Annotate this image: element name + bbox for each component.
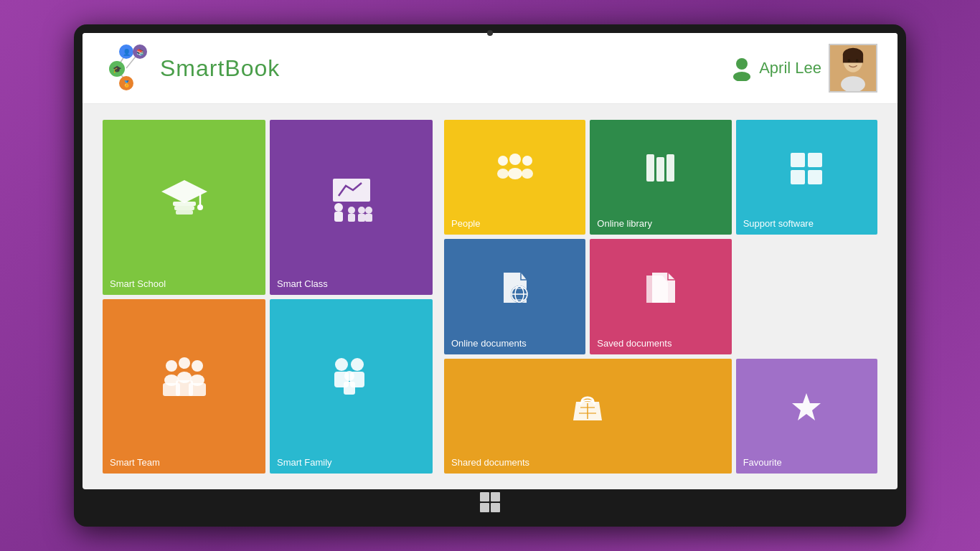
- team-icon: [159, 352, 210, 403]
- tile-support-software[interactable]: Support software: [736, 120, 877, 235]
- graduation-icon: [159, 173, 210, 225]
- svg-rect-59: [666, 154, 674, 182]
- svg-point-13: [733, 72, 750, 81]
- user-avatar: [829, 44, 877, 93]
- screen-body: Smart School: [83, 104, 897, 489]
- saved-doc-icon: [644, 270, 678, 306]
- tile-smart-family[interactable]: Smart Family: [270, 299, 433, 474]
- tile-online-library[interactable]: Online library: [590, 120, 731, 235]
- svg-point-19: [847, 59, 850, 62]
- svg-rect-50: [344, 382, 355, 395]
- svg-point-34: [365, 207, 372, 214]
- svg-text:🎓: 🎓: [113, 65, 122, 74]
- tile-smart-school-label: Smart School: [110, 278, 166, 289]
- app-title: SmartBook: [160, 55, 280, 82]
- svg-point-36: [166, 360, 177, 372]
- tile-people-label: People: [451, 218, 480, 229]
- tile-online-library-label: Online library: [597, 218, 652, 229]
- app-header: 👤 📚 🎓 🏅 SmartBook: [83, 33, 897, 104]
- tile-smart-school[interactable]: Smart School: [103, 120, 265, 295]
- win-btn-cell-2: [491, 492, 500, 501]
- library-icon: [643, 151, 679, 186]
- win-btn-cell-1: [480, 492, 489, 501]
- star-icon: [788, 389, 825, 426]
- svg-point-56: [522, 169, 533, 179]
- svg-rect-22: [173, 202, 196, 206]
- svg-point-18: [841, 76, 865, 93]
- svg-point-40: [192, 360, 203, 372]
- user-profile-icon: [729, 55, 755, 81]
- tile-shared-documents-label: Shared documents: [451, 457, 529, 468]
- svg-rect-24: [176, 210, 193, 215]
- tile-favourite[interactable]: Favourite: [736, 359, 877, 474]
- svg-point-47: [351, 358, 364, 371]
- svg-text:👤: 👤: [123, 48, 131, 57]
- svg-text:📚: 📚: [136, 48, 145, 57]
- tablet-camera: [487, 30, 493, 36]
- svg-point-51: [498, 156, 508, 166]
- tile-support-software-label: Support software: [743, 218, 814, 229]
- tile-shared-documents[interactable]: Shared documents: [444, 359, 732, 474]
- svg-rect-29: [334, 212, 343, 222]
- svg-rect-58: [656, 157, 664, 182]
- people-icon: [497, 154, 533, 184]
- tile-people[interactable]: People: [444, 120, 585, 235]
- avatar-image: [830, 44, 876, 93]
- svg-point-20: [856, 59, 859, 62]
- tile-smart-class-label: Smart Class: [277, 278, 328, 289]
- svg-point-38: [179, 357, 190, 369]
- shared-doc-icon: [569, 389, 606, 426]
- tile-smart-family-label: Smart Family: [277, 457, 332, 468]
- svg-rect-57: [646, 154, 654, 182]
- tile-smart-team-label: Smart Team: [110, 457, 160, 468]
- windows-icon: [789, 151, 824, 186]
- svg-text:🏅: 🏅: [123, 80, 131, 88]
- logo-area: 👤 📚 🎓 🏅 SmartBook: [103, 43, 280, 93]
- svg-point-55: [522, 156, 532, 166]
- svg-point-12: [736, 58, 748, 70]
- svg-rect-33: [358, 214, 365, 222]
- win-btn-cell-4: [491, 503, 500, 512]
- tile-smart-class[interactable]: Smart Class: [270, 120, 433, 295]
- tile-smart-team[interactable]: Smart Team: [103, 299, 265, 474]
- svg-point-52: [497, 169, 509, 179]
- svg-marker-73: [792, 393, 821, 420]
- tiles-right: People Online library: [444, 120, 877, 474]
- tile-favourite-label: Favourite: [743, 457, 782, 468]
- svg-rect-63: [808, 170, 822, 184]
- svg-rect-61: [808, 153, 822, 167]
- svg-rect-31: [348, 214, 355, 222]
- tile-online-documents-label: Online documents: [451, 338, 527, 349]
- svg-rect-35: [365, 214, 372, 222]
- tablet-device: 👤 📚 🎓 🏅 SmartBook: [74, 24, 906, 527]
- tile-online-documents[interactable]: Online documents: [444, 239, 585, 354]
- svg-point-53: [509, 154, 521, 165]
- tile-saved-documents-label: Saved documents: [597, 338, 672, 349]
- win-btn-cell-3: [480, 503, 489, 512]
- svg-point-54: [508, 168, 522, 179]
- svg-rect-60: [791, 153, 805, 167]
- svg-rect-44: [189, 383, 206, 396]
- svg-rect-23: [174, 206, 194, 210]
- svg-rect-62: [791, 170, 805, 184]
- teacher-icon: [326, 173, 377, 225]
- family-icon: [326, 352, 377, 403]
- online-doc-icon: [498, 270, 532, 306]
- svg-point-45: [335, 358, 348, 371]
- windows-button[interactable]: [480, 492, 500, 512]
- tile-saved-documents[interactable]: Saved documents: [590, 239, 731, 354]
- user-area: April Lee: [729, 44, 877, 93]
- tablet-screen: 👤 📚 🎓 🏅 SmartBook: [83, 33, 897, 489]
- svg-point-30: [348, 207, 355, 214]
- svg-point-32: [358, 207, 365, 214]
- svg-point-49: [344, 371, 354, 381]
- svg-rect-17: [843, 55, 863, 62]
- svg-point-28: [334, 203, 343, 212]
- user-icon-wrap: April Lee: [729, 55, 821, 81]
- user-name: April Lee: [759, 59, 821, 77]
- svg-point-26: [197, 204, 203, 210]
- tablet-bottom-bar: [83, 489, 897, 515]
- tiles-left: Smart School: [103, 120, 433, 474]
- logo-nodes-icon: 👤 📚 🎓 🏅: [103, 43, 153, 93]
